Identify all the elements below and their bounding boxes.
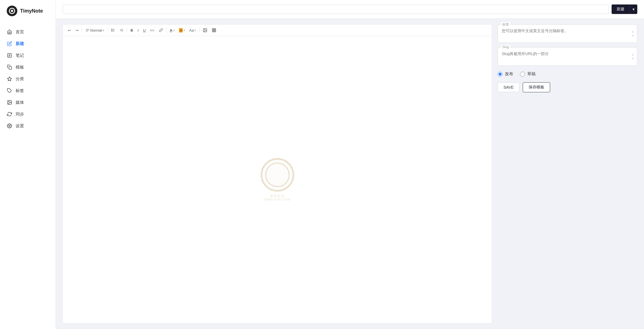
svg-point-23 <box>204 29 205 30</box>
italic-button[interactable]: I <box>136 27 140 34</box>
sidebar-item-settings[interactable]: 设置 <box>0 120 56 131</box>
arrow-down-icon: ▼ <box>631 34 634 37</box>
code-button[interactable]: <> <box>148 27 156 34</box>
sidebar-item-label-categories: 分类 <box>16 76 24 82</box>
tags-arrows[interactable]: ▲ ▼ <box>631 30 634 37</box>
sidebar-item-label-home: 首页 <box>16 29 24 35</box>
bullet-list-button[interactable] <box>110 27 117 33</box>
save-button[interactable]: SAVE <box>498 83 519 92</box>
svg-point-8 <box>8 101 9 102</box>
sidebar-item-tags[interactable]: 标签 <box>0 85 56 96</box>
link-icon <box>159 28 163 32</box>
svg-marker-5 <box>8 77 12 81</box>
nav-menu: 首页 新建 笔记 模板 分类 <box>0 22 56 136</box>
sidebar-item-templates[interactable]: 模板 <box>0 62 56 73</box>
new-dropdown-button[interactable]: ▾ <box>629 4 637 14</box>
save-template-button[interactable]: 保存模板 <box>523 82 550 92</box>
top-bar: 新建 ▾ <box>56 0 644 19</box>
undo-icon: ↩ <box>68 28 71 32</box>
title-input[interactable] <box>63 4 609 14</box>
sidebar-item-label-new: 新建 <box>16 41 24 46</box>
sidebar-item-categories[interactable]: 分类 <box>0 73 56 84</box>
watermark-url: WWW.GHXI.COM <box>261 198 294 201</box>
italic-icon: I <box>137 28 139 32</box>
table-icon <box>212 28 216 32</box>
sidebar-item-label-settings: 设置 <box>16 123 24 129</box>
svg-point-16 <box>111 29 112 30</box>
bold-button[interactable]: B <box>129 27 135 34</box>
publish-label: 发布 <box>505 71 513 77</box>
new-btn-group: 新建 ▾ <box>612 4 637 14</box>
sidebar-item-sync[interactable]: 同步 <box>0 109 56 120</box>
tags-field-label: 标签 <box>501 22 510 27</box>
font-color-button[interactable]: A ▾ <box>168 27 176 34</box>
separator-1 <box>82 28 82 33</box>
logo-icon <box>7 6 17 16</box>
slug-field-label: Slug <box>501 45 510 49</box>
watermark-circle <box>261 158 294 192</box>
app-name: TimyNote <box>20 8 43 14</box>
file-icon <box>7 53 12 58</box>
separator-3 <box>127 28 127 33</box>
new-button[interactable]: 新建 <box>612 4 629 14</box>
sync-icon <box>7 111 12 117</box>
sidebar-item-label-notes: 笔记 <box>16 53 24 58</box>
right-panel: 标签 ▲ ▼ Slug ▲ ▼ 发布 <box>498 24 637 323</box>
chevron-down-icon: ▾ <box>633 7 635 11</box>
action-buttons: SAVE 保存模板 <box>498 82 637 92</box>
sidebar-item-notes[interactable]: 笔记 <box>0 50 56 61</box>
slug-arrows[interactable]: ▲ ▼ <box>631 53 634 60</box>
ordered-list-button[interactable] <box>118 27 125 33</box>
image-toolbar-icon <box>203 28 207 32</box>
bullet-list-icon <box>111 28 115 32</box>
publish-option[interactable]: 发布 <box>498 71 513 77</box>
watermark: 果核剥壳 WWW.GHXI.COM <box>261 158 294 201</box>
arrow-up-icon: ▲ <box>631 30 634 33</box>
style-select[interactable]: Normal ▾ <box>84 27 106 34</box>
tags-input[interactable] <box>498 25 637 41</box>
font-color-chevron-icon: ▾ <box>173 29 175 32</box>
font-size-icon: Aa <box>189 28 194 32</box>
link-button[interactable] <box>157 27 165 33</box>
sidebar-item-label-media: 媒体 <box>16 100 24 105</box>
font-color-icon: A <box>170 28 172 32</box>
home-icon <box>7 29 12 35</box>
publish-status-group: 发布 草稿 <box>498 70 637 78</box>
editor-wrapper: ↩ ↪ Normal ▾ <box>63 24 492 323</box>
style-label: Normal <box>90 28 102 32</box>
font-size-button[interactable]: Aa ▾ <box>188 27 198 34</box>
sidebar: TimyNote 首页 新建 笔记 模板 <box>0 0 56 329</box>
underline-button[interactable]: U <box>141 27 147 34</box>
image-icon <box>7 100 12 105</box>
redo-button[interactable]: ↪ <box>74 27 80 34</box>
settings-icon <box>7 123 12 129</box>
copy-icon <box>7 64 12 70</box>
slug-input[interactable] <box>498 48 637 64</box>
bold-icon: B <box>130 28 133 32</box>
sidebar-item-home[interactable]: 首页 <box>0 26 56 37</box>
category-icon <box>7 76 12 82</box>
undo-button[interactable]: ↩ <box>66 27 73 34</box>
svg-point-17 <box>111 30 112 30</box>
draft-radio[interactable] <box>520 72 525 77</box>
slug-arrow-up-icon: ▲ <box>631 53 634 56</box>
editor-body[interactable]: 果核剥壳 WWW.GHXI.COM <box>63 36 492 323</box>
separator-2 <box>108 28 108 33</box>
highlight-icon: A <box>179 28 183 32</box>
highlight-button[interactable]: A ▾ <box>177 27 187 34</box>
publish-radio[interactable] <box>498 72 503 77</box>
font-size-chevron-icon: ▾ <box>194 29 196 32</box>
underline-icon: U <box>143 28 146 32</box>
table-button[interactable] <box>210 27 218 34</box>
slug-field: Slug ▲ ▼ <box>498 47 637 66</box>
sidebar-item-media[interactable]: 媒体 <box>0 97 56 108</box>
draft-option[interactable]: 草稿 <box>520 71 536 77</box>
sidebar-item-new[interactable]: 新建 <box>0 38 56 49</box>
redo-icon: ↪ <box>75 28 79 32</box>
image-button[interactable] <box>201 27 209 34</box>
highlight-chevron-icon: ▾ <box>184 29 185 32</box>
slug-arrow-down-icon: ▼ <box>631 57 634 60</box>
watermark-text: 果核剥壳 <box>261 194 294 198</box>
svg-rect-4 <box>9 67 12 69</box>
style-chevron-icon: ▾ <box>103 29 104 32</box>
